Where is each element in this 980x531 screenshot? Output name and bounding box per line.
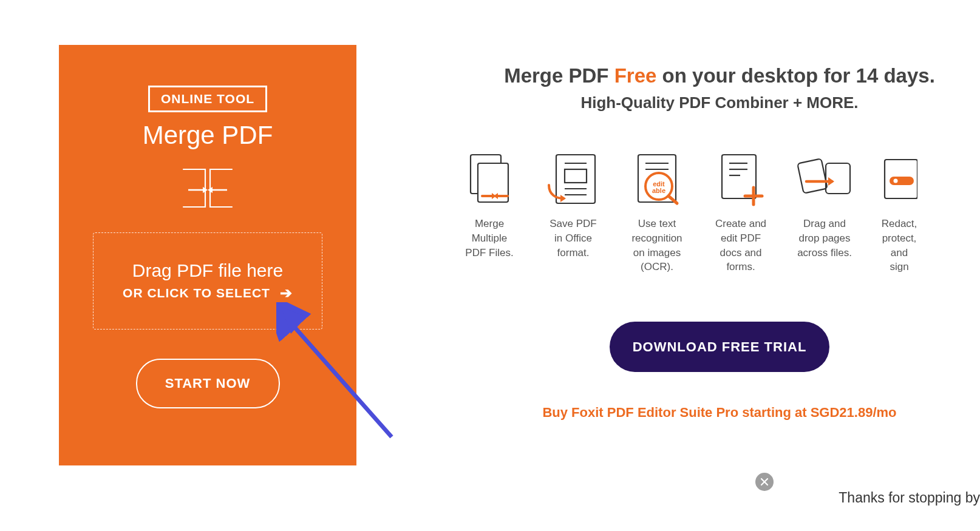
redact-icon (881, 150, 917, 208)
chat-close-button[interactable] (755, 473, 774, 491)
feature-save-office: Save PDF in Office format. (546, 150, 601, 274)
merge-icon (181, 167, 234, 212)
svg-rect-8 (565, 169, 587, 183)
features-row: Merge Multiple PDF Files. (458, 150, 980, 274)
desktop-promo-panel: Merge PDF Free on your desktop for 14 da… (458, 64, 980, 421)
drop-zone-click-text: OR CLICK TO SELECT (123, 286, 270, 300)
svg-rect-24 (797, 158, 828, 193)
headline-part-b: on your desktop for 14 days. (656, 64, 934, 87)
drop-zone-click-label: OR CLICK TO SELECT ➔ (123, 285, 293, 302)
feature-drag-drop: Drag and drop pages across files. (797, 150, 852, 274)
feature-redact: Redact, protect, and sign (881, 150, 917, 274)
online-tool-badge: ONLINE TOOL (148, 86, 267, 112)
drag-drop-icon (795, 150, 854, 208)
merge-pdf-online-tool-panel: ONLINE TOOL Merge PDF Drag PDF file here… (59, 45, 356, 465)
subheadline: High-Quality PDF Combiner + MORE. (580, 93, 858, 112)
chat-teaser-text: Thanks for stopping by (839, 490, 980, 506)
feature-merge-label: Merge Multiple PDF Files. (462, 217, 517, 260)
save-office-icon (545, 150, 601, 208)
feature-drag-drop-label: Drag and drop pages across files. (797, 217, 852, 260)
feature-redact-label: Redact, protect, and sign (881, 217, 917, 274)
close-icon (760, 478, 769, 486)
svg-text:able: able (652, 187, 665, 194)
headline-free: Free (614, 64, 657, 87)
feature-create-edit: Create and edit PDF docs and forms. (713, 150, 768, 274)
feature-ocr: edit able Use text recognition on images… (630, 150, 684, 274)
start-now-button[interactable]: START NOW (136, 359, 280, 408)
svg-rect-18 (722, 155, 756, 198)
svg-point-28 (894, 178, 898, 183)
drop-zone-drag-label: Drag PDF file here (132, 260, 283, 281)
ocr-icon: edit able (632, 150, 682, 208)
file-drop-zone[interactable]: Drag PDF file here OR CLICK TO SELECT ➔ (93, 232, 322, 330)
download-free-trial-button[interactable]: DOWNLOAD FREE TRIAL (610, 322, 829, 372)
feature-create-edit-label: Create and edit PDF docs and forms. (713, 217, 768, 274)
headline: Merge PDF Free on your desktop for 14 da… (504, 64, 935, 87)
feature-save-office-label: Save PDF in Office format. (546, 217, 601, 260)
merge-files-icon (464, 150, 514, 208)
svg-rect-27 (890, 177, 914, 185)
buy-foxit-link[interactable]: Buy Foxit PDF Editor Suite Pro starting … (542, 405, 896, 421)
feature-ocr-label: Use text recognition on images (OCR). (630, 217, 684, 274)
headline-part-a: Merge PDF (504, 64, 614, 87)
arrow-right-icon: ➔ (280, 285, 293, 302)
feature-merge: Merge Multiple PDF Files. (462, 150, 517, 274)
create-edit-icon (716, 150, 766, 208)
merge-pdf-title: Merge PDF (143, 121, 273, 150)
